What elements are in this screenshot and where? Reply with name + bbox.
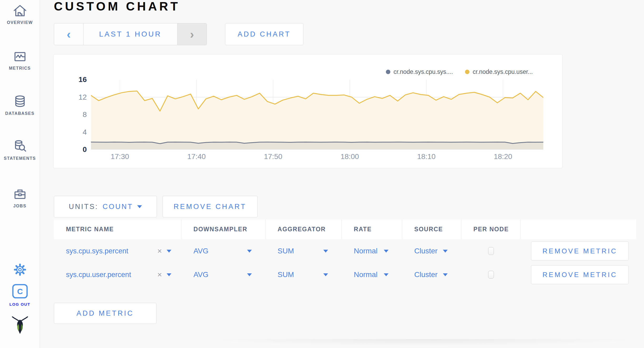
sidebar-item-label: STATEMENTS	[0, 156, 40, 161]
col-header-aggregator: AGGREGATOR	[265, 219, 342, 239]
chevron-down-icon	[137, 205, 142, 208]
chevron-down-icon[interactable]	[167, 250, 171, 253]
source-value: Cluster	[414, 247, 438, 255]
clear-metric-icon[interactable]: ×	[157, 247, 162, 255]
rate-value: Normal	[354, 270, 377, 279]
legend-dot-sys	[386, 70, 390, 74]
sidebar-item-label: OVERVIEW	[0, 20, 40, 25]
database-icon	[12, 94, 28, 109]
legend-dot-user	[465, 70, 469, 74]
aggregator-select[interactable]: SUM	[265, 270, 342, 279]
units-dropdown[interactable]: UNITS: COUNT	[54, 196, 157, 217]
time-range-dropdown[interactable]: LAST 1 HOUR	[84, 23, 177, 45]
col-header-per-node: PER NODE	[461, 219, 520, 239]
rate-select[interactable]: Normal	[342, 270, 402, 279]
chevron-right-icon: ›	[190, 27, 194, 41]
source-select[interactable]: Cluster	[402, 270, 461, 279]
y-axis-tick: 12	[62, 93, 87, 101]
table-row: sys.cpu.sys.percent × AVG SUM Normal Clu…	[54, 239, 636, 263]
logout-label: LOG OUT	[0, 302, 40, 306]
cpu-usage-chart	[91, 80, 543, 150]
sidebar-item-metrics[interactable]: METRICS	[0, 49, 40, 71]
metric-name-input[interactable]: sys.cpu.sys.percent	[66, 247, 128, 255]
time-range-selector: ‹ LAST 1 HOUR ›	[54, 23, 207, 45]
legend-item-user[interactable]: cr.node.sys.cpu.user...	[465, 68, 533, 75]
downsampler-value: AVG	[193, 247, 208, 255]
clear-metric-icon[interactable]: ×	[157, 271, 162, 279]
settings-button[interactable]	[0, 262, 40, 277]
col-header-source: SOURCE	[402, 219, 461, 239]
main-content: CUSTOM CHART ‹ LAST 1 HOUR › ADD CHART c…	[40, 0, 644, 348]
page-title: CUSTOM CHART	[54, 0, 180, 15]
downsampler-select[interactable]: AVG	[181, 247, 265, 255]
chevron-down-icon	[384, 250, 389, 253]
remove-metric-button[interactable]: REMOVE METRIC	[531, 265, 629, 284]
chevron-down-icon	[443, 273, 448, 276]
legend-label: cr.node.sys.cpu.user...	[473, 68, 533, 75]
cockroach-bug-icon	[10, 315, 30, 339]
sidebar-item-jobs[interactable]: JOBS	[0, 187, 40, 208]
rate-value: Normal	[354, 247, 377, 255]
sidebar-item-databases[interactable]: DATABASES	[0, 94, 40, 116]
gear-icon	[12, 262, 28, 277]
y-axis-tick: 8	[62, 110, 87, 119]
y-axis-tick: 4	[62, 128, 87, 136]
add-chart-button[interactable]: ADD CHART	[225, 23, 303, 45]
per-node-checkbox[interactable]	[488, 271, 494, 279]
table-header-row: METRIC NAME DOWNSAMPLER AGGREGATOR RATE …	[54, 219, 636, 239]
aggregator-value: SUM	[278, 247, 294, 255]
chevron-down-icon	[384, 273, 389, 276]
time-range-next-button[interactable]: ›	[177, 23, 207, 45]
sidebar-item-statements[interactable]: STATEMENTS	[0, 139, 40, 161]
chevron-left-icon: ‹	[67, 27, 71, 41]
x-axis-tick: 17:40	[180, 152, 214, 161]
time-range-label: LAST 1 HOUR	[99, 30, 162, 38]
aggregator-select[interactable]: SUM	[265, 247, 342, 255]
sidebar-item-label: DATABASES	[0, 111, 40, 116]
legend-item-sys[interactable]: cr.node.sys.cpu.sys....	[386, 68, 453, 75]
x-axis-tick: 17:30	[103, 152, 137, 161]
chevron-down-icon	[247, 250, 252, 253]
x-axis-tick: 17:50	[256, 152, 290, 161]
col-header-actions	[520, 219, 636, 239]
sidebar: OVERVIEW METRICS DATABASES	[0, 0, 40, 348]
cockroach-c-icon: C	[11, 283, 29, 300]
sidebar-item-label: METRICS	[0, 66, 40, 71]
metrics-table: METRIC NAME DOWNSAMPLER AGGREGATOR RATE …	[54, 219, 636, 286]
chart-card: cr.node.sys.cpu.sys.... cr.node.sys.cpu.…	[53, 54, 563, 168]
metrics-icon	[12, 49, 28, 64]
metric-name-input[interactable]: sys.cpu.user.percent	[66, 271, 131, 279]
aggregator-value: SUM	[278, 270, 294, 279]
statements-icon	[12, 139, 28, 154]
per-node-checkbox[interactable]	[488, 247, 494, 255]
downsampler-select[interactable]: AVG	[181, 270, 265, 279]
legend-label: cr.node.sys.cpu.sys....	[393, 68, 453, 75]
briefcase-icon	[12, 187, 28, 202]
remove-metric-button[interactable]: REMOVE METRIC	[531, 242, 629, 260]
y-axis-tick: 0	[62, 145, 87, 154]
sidebar-item-overview[interactable]: OVERVIEW	[0, 3, 40, 25]
y-axis-tick: 16	[62, 75, 87, 84]
units-label: UNITS:	[69, 203, 99, 211]
col-header-downsampler: DOWNSAMPLER	[181, 219, 265, 239]
units-value: COUNT	[103, 203, 133, 211]
rate-select[interactable]: Normal	[342, 247, 402, 255]
logout-button[interactable]: C LOG OUT	[0, 283, 40, 306]
home-icon	[12, 3, 28, 18]
col-header-metric-name: METRIC NAME	[54, 219, 181, 239]
chevron-down-icon	[247, 273, 252, 276]
table-row: sys.cpu.user.percent × AVG SUM Normal Cl…	[54, 263, 636, 286]
add-metric-button[interactable]: ADD METRIC	[54, 303, 156, 324]
sidebar-item-label: JOBS	[0, 204, 40, 208]
cockroach-logo	[0, 315, 40, 339]
chevron-down-icon[interactable]	[167, 273, 171, 276]
source-select[interactable]: Cluster	[402, 247, 461, 255]
source-value: Cluster	[414, 270, 438, 279]
x-axis-tick: 18:20	[486, 152, 520, 161]
svg-text:C: C	[17, 287, 23, 296]
remove-chart-button[interactable]: REMOVE CHART	[162, 196, 258, 217]
chevron-down-icon	[443, 250, 448, 253]
chevron-down-icon	[323, 273, 328, 276]
bottom-shadow	[163, 339, 644, 348]
time-range-prev-button[interactable]: ‹	[54, 23, 84, 45]
